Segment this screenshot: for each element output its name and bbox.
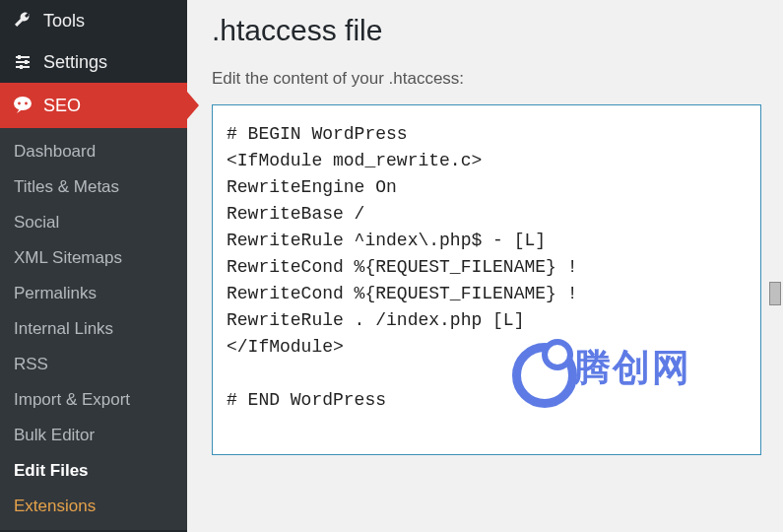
svg-point-8 <box>25 102 28 105</box>
sidebar-item-seo[interactable]: SEO <box>0 83 187 128</box>
sub-extensions[interactable]: Extensions <box>0 489 187 524</box>
sub-edit-files[interactable]: Edit Files <box>0 453 187 489</box>
main-content: .htaccess file Edit the content of your … <box>187 0 783 532</box>
sub-titles-metas[interactable]: Titles & Metas <box>0 169 187 205</box>
svg-point-6 <box>14 97 32 110</box>
seo-submenu: Dashboard Titles & Metas Social XML Site… <box>0 128 187 530</box>
page-description: Edit the content of your .htaccess: <box>212 69 761 89</box>
sidebar-item-settings[interactable]: Settings <box>0 41 187 83</box>
page-scrollbar[interactable] <box>768 6 782 526</box>
scrollbar-thumb[interactable] <box>769 282 781 305</box>
sub-permalinks[interactable]: Permalinks <box>0 276 187 311</box>
seo-bubble-icon <box>12 95 33 116</box>
sidebar-item-label: Tools <box>43 11 85 32</box>
sub-social[interactable]: Social <box>0 205 187 240</box>
page-title: .htaccess file <box>212 14 761 47</box>
htaccess-editor-wrap: 腾创网 <box>212 104 761 459</box>
sidebar-item-tools[interactable]: Tools <box>0 0 187 41</box>
svg-rect-4 <box>25 60 28 64</box>
admin-sidebar: Tools Settings SEO Dashboard Titles & Me… <box>0 0 187 532</box>
svg-rect-5 <box>20 65 23 69</box>
svg-rect-3 <box>18 55 21 59</box>
sidebar-item-label: SEO <box>43 96 81 116</box>
sub-internal-links[interactable]: Internal Links <box>0 311 187 347</box>
sidebar-item-label: Settings <box>43 52 107 73</box>
svg-point-7 <box>18 102 21 105</box>
sub-xml-sitemaps[interactable]: XML Sitemaps <box>0 240 187 276</box>
sub-bulk-editor[interactable]: Bulk Editor <box>0 418 187 453</box>
sub-rss[interactable]: RSS <box>0 347 187 382</box>
sub-import-export[interactable]: Import & Export <box>0 382 187 418</box>
wrench-icon <box>12 10 33 32</box>
sub-dashboard[interactable]: Dashboard <box>0 134 187 169</box>
htaccess-textarea[interactable] <box>212 104 761 455</box>
sliders-icon <box>12 51 33 73</box>
